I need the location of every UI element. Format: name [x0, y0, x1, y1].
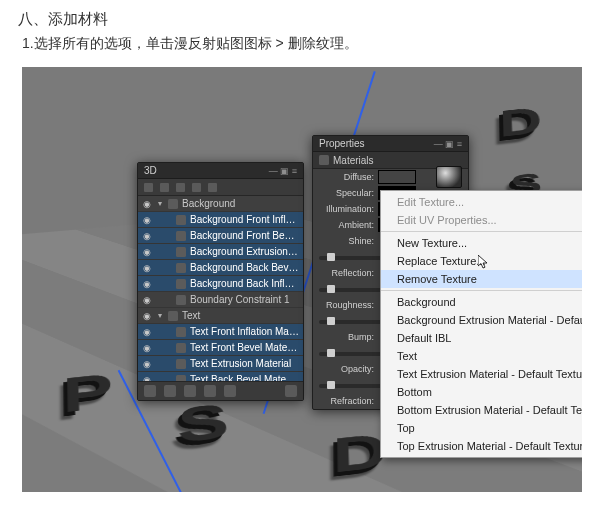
visibility-eye-icon[interactable]: ◉: [142, 231, 152, 241]
menu-item[interactable]: Top Extrusion Material - Default Texture: [381, 437, 582, 455]
menu-item: Edit UV Properties...: [381, 211, 582, 229]
menu-item[interactable]: Replace Texture...: [381, 252, 582, 270]
panel-3d-tree[interactable]: ◉▾Background◉Background Front Inflation …: [138, 196, 303, 381]
menu-item[interactable]: Remove Texture: [381, 270, 582, 288]
menu-item[interactable]: Text Extrusion Material - Default Textur…: [381, 365, 582, 383]
twist-down-icon[interactable]: ▾: [156, 311, 164, 320]
panel-window-controls[interactable]: — ▣ ≡: [434, 139, 462, 149]
menu-item[interactable]: Text: [381, 347, 582, 365]
instruction-text: 1.选择所有的选项，单击漫反射贴图图标 > 删除纹理。: [22, 35, 582, 53]
trash-icon[interactable]: [285, 385, 297, 397]
extruded-letter: D: [499, 99, 544, 147]
screenshot-canvas: P S D D S 3D — ▣ ≡ ◉▾Background◉Backgrou…: [22, 67, 582, 492]
menu-item[interactable]: New Texture...: [381, 234, 582, 252]
material-icon: [176, 215, 186, 225]
material-preview-thumb[interactable]: [436, 166, 462, 188]
material-icon: [176, 343, 186, 353]
panel-3d[interactable]: 3D — ▣ ≡ ◉▾Background◉Background Front I…: [137, 162, 304, 401]
visibility-eye-icon[interactable]: ◉: [142, 263, 152, 273]
panel-properties-subtitle: Materials: [333, 155, 374, 166]
prop-refraction-label: Refraction:: [319, 396, 374, 406]
toolbar-material-icon[interactable]: [192, 183, 201, 192]
tree-item[interactable]: ◉Text Back Bevel Material: [138, 372, 303, 381]
panel-window-controls[interactable]: — ▣ ≡: [269, 166, 297, 176]
prop-opacity-label: Opacity:: [319, 364, 374, 374]
menu-item[interactable]: Background: [381, 293, 582, 311]
visibility-eye-icon[interactable]: ◉: [142, 215, 152, 225]
diffuse-swatch[interactable]: [378, 170, 416, 184]
tree-item[interactable]: ◉Background Back Inflation ...: [138, 276, 303, 292]
extruded-letter: S: [177, 393, 232, 455]
tree-item[interactable]: ◉Boundary Constraint 1: [138, 292, 303, 308]
tree-item[interactable]: ◉Text Extrusion Material: [138, 356, 303, 372]
footer-icon[interactable]: [184, 385, 196, 397]
tree-item-label: Text Extrusion Material: [190, 358, 299, 369]
footer-icon[interactable]: [144, 385, 156, 397]
panel-3d-titlebar[interactable]: 3D — ▣ ≡: [138, 163, 303, 179]
material-icon: [176, 295, 186, 305]
visibility-eye-icon[interactable]: ◉: [142, 295, 152, 305]
footer-icon[interactable]: [164, 385, 176, 397]
panel-3d-toolbar[interactable]: [138, 179, 303, 196]
tree-group[interactable]: ◉▾Text: [138, 308, 303, 324]
footer-icon[interactable]: [224, 385, 236, 397]
panel-3d-footer[interactable]: [138, 381, 303, 400]
tree-group[interactable]: ◉▾Background: [138, 196, 303, 212]
footer-icon[interactable]: [204, 385, 216, 397]
tree-item-label: Text: [182, 310, 299, 321]
diffuse-texture-context-menu[interactable]: Edit Texture...Edit UV Properties...New …: [380, 190, 582, 458]
visibility-eye-icon[interactable]: ◉: [142, 343, 152, 353]
material-icon: [176, 359, 186, 369]
tree-item-label: Background Back Inflation ...: [190, 278, 299, 289]
menu-item[interactable]: Bottom Extrusion Material - Default Text…: [381, 401, 582, 419]
tree-item[interactable]: ◉Background Extrusion Mate...: [138, 244, 303, 260]
tree-item-label: Boundary Constraint 1: [190, 294, 299, 305]
material-icon: [176, 375, 186, 382]
footer-spacer: [244, 385, 277, 397]
menu-item[interactable]: Default IBL: [381, 329, 582, 347]
panel-3d-title: 3D: [144, 165, 157, 176]
tree-item-label: Background Back Bevel Mat...: [190, 262, 299, 273]
visibility-eye-icon[interactable]: ◉: [142, 327, 152, 337]
twist-down-icon[interactable]: ▾: [156, 199, 164, 208]
material-icon: [176, 279, 186, 289]
visibility-eye-icon[interactable]: ◉: [142, 199, 152, 209]
menu-separator: [381, 231, 582, 232]
prop-ambient-label: Ambient:: [319, 220, 374, 230]
tree-item-label: Background Front Inflation ...: [190, 214, 299, 225]
toolbar-light-icon[interactable]: [208, 183, 217, 192]
prop-specular-label: Specular:: [319, 188, 374, 198]
tree-item[interactable]: ◉Background Front Inflation ...: [138, 212, 303, 228]
visibility-eye-icon[interactable]: ◉: [142, 279, 152, 289]
panel-properties-titlebar[interactable]: Properties — ▣ ≡: [313, 136, 468, 152]
menu-item[interactable]: Top: [381, 419, 582, 437]
tree-item[interactable]: ◉Background Front Bevel Mat...: [138, 228, 303, 244]
visibility-eye-icon[interactable]: ◉: [142, 247, 152, 257]
toolbar-filter-icon[interactable]: [144, 183, 153, 192]
tree-item[interactable]: ◉Text Front Inflation Material: [138, 324, 303, 340]
tree-item-label: Background Extrusion Mate...: [190, 246, 299, 257]
prop-roughness-label: Roughness:: [319, 300, 374, 310]
mesh-icon: [168, 311, 178, 321]
menu-item[interactable]: Bottom: [381, 383, 582, 401]
toolbar-mesh-icon[interactable]: [176, 183, 185, 192]
visibility-eye-icon[interactable]: ◉: [142, 311, 152, 321]
toolbar-scene-icon[interactable]: [160, 183, 169, 192]
prop-bump-label: Bump:: [319, 332, 374, 342]
prop-diffuse-label: Diffuse:: [319, 172, 374, 182]
visibility-eye-icon[interactable]: ◉: [142, 375, 152, 382]
tree-item-label: Text Back Bevel Material: [190, 374, 299, 381]
menu-item[interactable]: Background Extrusion Material - Default …: [381, 311, 582, 329]
material-icon: [176, 247, 186, 257]
section-heading: 八、添加材料: [18, 10, 582, 29]
extruded-letter: P: [62, 363, 117, 425]
tree-item[interactable]: ◉Text Front Bevel Material: [138, 340, 303, 356]
tree-item-label: Background Front Bevel Mat...: [190, 230, 299, 241]
tree-item[interactable]: ◉Background Back Bevel Mat...: [138, 260, 303, 276]
mesh-icon: [168, 199, 178, 209]
prop-shine-label: Shine:: [319, 236, 374, 246]
material-icon: [176, 263, 186, 273]
visibility-eye-icon[interactable]: ◉: [142, 359, 152, 369]
tree-item-label: Background: [182, 198, 299, 209]
material-icon: [176, 327, 186, 337]
